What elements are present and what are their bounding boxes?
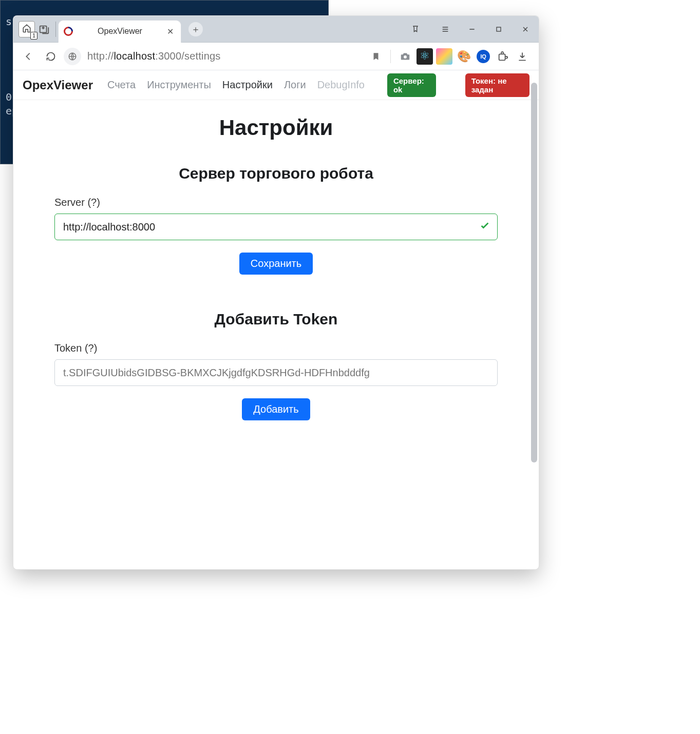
server-section-title: Сервер торгового робота (54, 165, 498, 182)
window-maximize-icon[interactable] (485, 16, 512, 43)
downloads-icon[interactable] (514, 48, 531, 65)
svg-rect-4 (499, 54, 505, 60)
tab-favicon (62, 25, 74, 37)
valid-check-icon (479, 220, 490, 234)
server-field-label: Server (?) (54, 197, 498, 208)
screenshot-extension-icon[interactable] (397, 48, 413, 65)
divider (390, 50, 391, 63)
svg-rect-1 (497, 27, 501, 31)
new-tab-button[interactable]: ＋ (188, 22, 203, 36)
tab-title: OpexViewer (78, 27, 162, 36)
token-status-badge: Токен: не задан (465, 73, 529, 97)
home-badge: 1 (30, 32, 37, 40)
server-input[interactable] (54, 214, 498, 240)
window-titlebar: 1 OpexViewer ✕ ＋ (13, 16, 539, 43)
nav-link-settings[interactable]: Настройки (222, 79, 273, 91)
home-button[interactable]: 1 (18, 21, 35, 37)
window-controls (402, 16, 539, 43)
url-scheme: http:// (87, 50, 113, 62)
svg-point-3 (404, 55, 407, 58)
read-aloud-icon[interactable] (402, 16, 429, 43)
save-button[interactable]: Сохранить (239, 253, 313, 275)
nav-back-button[interactable] (18, 47, 38, 66)
collections-icon[interactable] (38, 23, 50, 35)
react-devtools-extension-icon[interactable]: ⚛ (417, 48, 433, 65)
color-extension-icon[interactable] (436, 48, 452, 65)
extensions-icon[interactable] (495, 48, 511, 65)
nav-link-accounts[interactable]: Счета (107, 79, 136, 91)
titlebar-left: 1 (13, 21, 58, 37)
window-minimize-icon[interactable] (459, 16, 485, 43)
nav-reload-button[interactable] (41, 47, 61, 66)
browser-tab[interactable]: OpexViewer ✕ (58, 20, 181, 43)
page-title: Настройки (54, 115, 498, 140)
add-button[interactable]: Добавить (242, 398, 310, 420)
url-text[interactable]: http://localhost:3000/settings (84, 50, 365, 62)
nav-link-logs[interactable]: Логи (284, 79, 306, 91)
nav-link-instruments[interactable]: Инструменты (147, 79, 211, 91)
server-status-badge: Сервер: ok (387, 73, 436, 97)
toolbar-right: ⚛ 🎨 IQ (368, 48, 534, 65)
page-content: Настройки Сервер торгового робота Server… (13, 100, 539, 569)
scrollbar[interactable] (529, 31, 539, 569)
url-host: localhost (113, 50, 155, 62)
tab-close-icon[interactable]: ✕ (167, 27, 174, 36)
url-path: :3000/settings (155, 50, 220, 62)
app-menu-icon[interactable] (432, 16, 459, 43)
token-field-label: Token (?) (54, 342, 498, 354)
server-input-wrap (54, 214, 498, 240)
browser-window: 1 OpexViewer ✕ ＋ (13, 15, 539, 570)
palette-extension-icon[interactable]: 🎨 (456, 48, 472, 65)
iq-extension-icon[interactable]: IQ (475, 48, 491, 65)
scrollbar-thumb[interactable] (531, 83, 537, 462)
address-bar: http://localhost:3000/settings ⚛ 🎨 IQ (13, 43, 539, 70)
app-brand[interactable]: OpexViewer (23, 78, 93, 92)
token-input[interactable] (54, 359, 498, 386)
nav-link-debug[interactable]: DebugInfo (317, 79, 365, 91)
token-input-wrap (54, 359, 498, 386)
bookmark-icon[interactable] (368, 48, 384, 65)
token-section-title: Добавить Token (54, 311, 498, 328)
site-info-icon[interactable] (64, 48, 81, 65)
app-navbar: OpexViewer Счета Инструменты Настройки Л… (13, 70, 539, 100)
divider (55, 22, 56, 37)
